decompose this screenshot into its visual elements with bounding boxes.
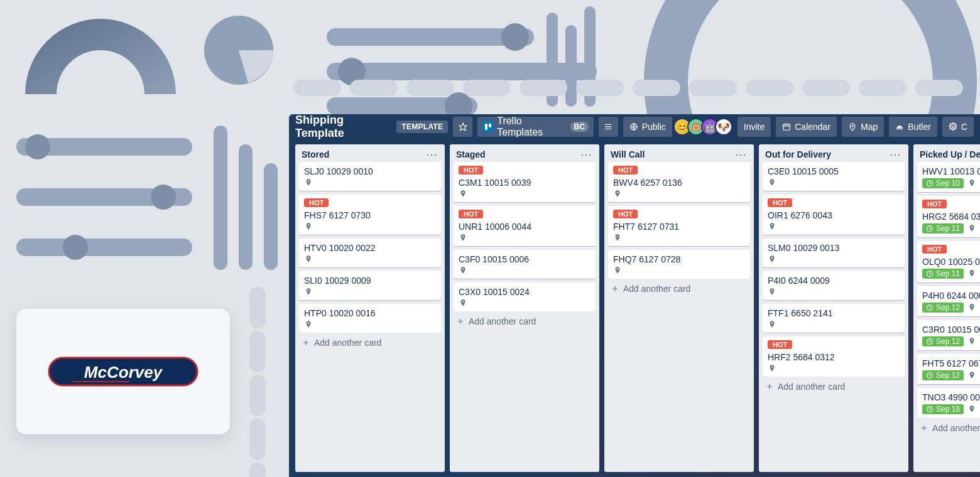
map-button[interactable]: Map [842,117,884,137]
location-icon [967,179,976,188]
svg-rect-16 [16,238,192,256]
star-button[interactable] [453,117,472,137]
avatar[interactable]: 🐶 [715,118,732,136]
card[interactable]: FHT5 6127 0678Sep 12 [917,354,980,384]
board-lists: Stored ⋯ SLJ0 10029 0010HOTFHS7 6127 073… [289,139,980,477]
svg-rect-31 [783,124,790,130]
card-badges [768,364,900,373]
card-title: UNR1 10006 0044 [459,221,591,232]
date-badge: Sep 11 [922,269,964,279]
list-menu-icon[interactable]: ⋯ [734,150,748,159]
location-icon [304,255,313,264]
list-title[interactable]: Out for Delivery [765,149,831,159]
location-icon [768,255,776,264]
member-avatars[interactable]: 😊 🐵 🤖 🐶 [677,118,732,136]
date-badge: Sep 10 [922,178,964,188]
add-card-button[interactable]: Add another card [913,418,980,438]
butler-button[interactable]: Butler [889,117,937,137]
card[interactable]: TNO3 4990 0093Sep 16 [917,388,980,418]
card-title: TNO3 4990 0093 [922,392,980,403]
card[interactable]: HOTHRF2 5684 0312 [763,336,905,377]
list-menu-icon[interactable]: ⋯ [579,150,593,159]
card[interactable]: FHQ7 6127 0728 [608,250,750,279]
list-title[interactable]: Picked Up / Delivered [920,149,980,159]
card[interactable]: P4H0 6244 0008Sep 12 [917,286,980,316]
add-card-button[interactable]: Add another card [604,279,754,299]
card[interactable]: HOTUNR1 10006 0044 [454,206,596,246]
card[interactable]: HOTC3M1 10015 0039 [454,162,596,202]
card-badges [304,178,436,187]
card[interactable]: C3E0 10015 0005 [763,162,905,191]
list-menu-icon[interactable]: ⋯ [425,150,438,159]
list-cards: SLJ0 10029 0010HOTFHS7 6127 0730HTV0 100… [295,162,445,333]
card[interactable]: HOTFHS7 6127 0730 [299,195,441,235]
hot-label: HOT [768,198,792,207]
card[interactable]: HOTBWV4 6257 0136 [608,162,750,202]
card-title: P4I0 6244 0009 [768,275,900,286]
list-cards: C3E0 10015 0005HOTOIR1 6276 0043SLM0 100… [759,162,908,377]
svg-marker-24 [459,123,467,131]
card[interactable]: FTF1 6650 2141 [763,304,905,333]
hot-label: HOT [459,166,483,174]
list-header: Staged ⋯ [450,144,599,162]
svg-rect-8 [565,25,577,107]
card[interactable]: P4I0 6244 0009 [763,271,905,300]
board-menu-button[interactable] [599,117,618,137]
invite-button[interactable]: Invite [738,117,771,137]
svg-point-2 [501,23,529,51]
location-icon [304,222,313,231]
card-badges [304,287,436,296]
card[interactable]: C3R0 10015 0018Sep 12 [917,320,980,350]
card-title: OLQ0 10025 0011 [922,256,980,267]
add-card-button[interactable]: Add another card [295,333,445,353]
location-icon [967,224,976,233]
location-icon [459,266,467,275]
card-badges [768,255,900,264]
card-badges [304,255,436,264]
list-header: Picked Up / Delivered ⋯ [913,144,980,162]
card[interactable]: C3F0 10015 0006 [454,250,596,279]
card[interactable]: SLI0 10029 0009 [299,271,441,300]
svg-rect-29 [605,129,612,129]
date-badge: Sep 12 [922,303,964,313]
add-card-button[interactable]: Add another card [450,311,599,331]
card[interactable]: HOTHRG2 5684 0313Sep 11 [917,196,980,237]
card-title: P4H0 6244 0008 [922,290,980,301]
location-icon [459,190,467,198]
card-badges [768,178,900,187]
card-badges [459,233,591,242]
svg-rect-18 [214,126,227,270]
calendar-button[interactable]: Calendar [776,117,837,137]
list-title[interactable]: Will Call [611,149,645,159]
card-title: C3E0 10015 0005 [768,166,900,177]
location-icon [967,337,976,346]
list-title[interactable]: Staged [456,149,486,159]
card[interactable]: HOTOLQ0 10025 0011Sep 11 [917,241,980,282]
card[interactable]: HOTFHT7 6127 0731 [608,206,750,246]
location-icon [768,222,776,231]
card-title: HWV1 10013 0041 [922,166,980,177]
add-card-button[interactable]: Add another card [759,377,908,397]
location-icon [768,178,776,187]
trello-logo-icon [482,121,493,132]
visibility-button[interactable]: Public [623,117,672,137]
team-pill[interactable]: Trello Templates BC [477,117,594,137]
svg-point-37 [952,126,954,128]
date-badge: Sep 11 [922,223,964,233]
card[interactable]: HTP0 10020 0016 [299,304,441,333]
card[interactable]: HWV1 10013 0041Sep 10 [917,162,980,192]
brand-logo-text: McCorvey [84,363,163,382]
card[interactable]: SLM0 10029 0013 [763,238,905,267]
svg-point-15 [151,185,176,210]
list-title[interactable]: Stored [302,149,329,159]
card[interactable]: HOTOIR1 6276 0043 [763,195,905,235]
card[interactable]: C3X0 10015 0024 [454,282,596,311]
card[interactable]: SLJ0 10029 0010 [299,162,441,191]
more-button[interactable]: C [942,117,974,137]
card[interactable]: HTV0 10020 0022 [299,238,441,267]
card-badges [459,299,591,308]
card-title: OIR1 6276 0043 [768,210,900,221]
card-badges [613,190,745,198]
location-icon [768,320,776,329]
list-menu-icon[interactable]: ⋯ [888,150,902,159]
